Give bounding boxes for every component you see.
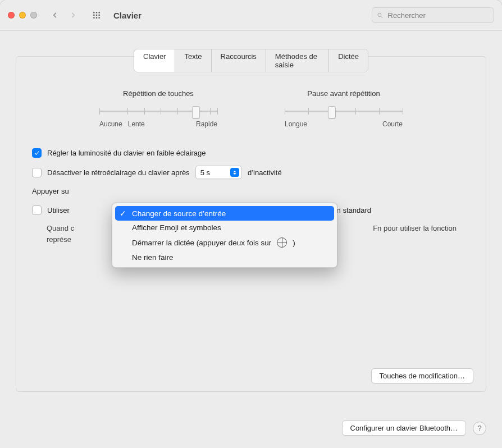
backlight-delay-value: 5 s xyxy=(200,168,210,177)
turn-off-backlight-checkbox[interactable] xyxy=(32,168,42,177)
delay-title: Pause avant répétition xyxy=(285,89,403,98)
key-repeat-slider[interactable] xyxy=(99,106,217,117)
check-icon: ✓ xyxy=(120,209,127,218)
key-repeat-off-label: Aucune xyxy=(99,120,122,128)
svg-rect-2 xyxy=(99,12,100,13)
key-repeat-slow-label: Lente xyxy=(128,120,145,128)
use-fkeys-label-left: Utiliser xyxy=(47,206,70,214)
close-icon[interactable] xyxy=(8,12,15,19)
svg-rect-1 xyxy=(96,12,97,13)
show-all-icon[interactable] xyxy=(89,7,104,23)
key-repeat-title: Répétition de touches xyxy=(99,89,217,98)
zoom-icon xyxy=(30,12,37,19)
backlight-delay-select[interactable]: 5 s xyxy=(195,166,242,179)
tab-bar: Clavier Texte Raccourcis Méthodes de sai… xyxy=(134,49,368,72)
delay-block: Pause avant répétition Longue Courte xyxy=(285,89,403,128)
svg-rect-8 xyxy=(99,17,100,19)
fn-action-menu: ✓ Changer de source d’entrée Afficher Em… xyxy=(112,203,337,268)
svg-rect-3 xyxy=(93,15,94,16)
svg-rect-7 xyxy=(96,17,97,19)
key-repeat-block: Répétition de touches Aucune Lente xyxy=(99,89,217,128)
turn-off-backlight-suffix: d’inactivité xyxy=(248,168,282,177)
forward-button[interactable] xyxy=(65,7,81,23)
press-fn-label: Appuyer su xyxy=(32,187,69,195)
menu-change-input-source[interactable]: ✓ Changer de source d’entrée xyxy=(115,206,334,221)
content-panel: Clavier Texte Raccourcis Méthodes de sai… xyxy=(16,56,486,392)
key-repeat-fast-label: Rapide xyxy=(196,120,217,128)
search-icon xyxy=(377,12,384,19)
modifier-keys-button[interactable]: Touches de modification… xyxy=(371,368,473,383)
updown-icon xyxy=(230,168,239,177)
search-input[interactable] xyxy=(387,11,489,20)
page-title: Clavier xyxy=(113,11,142,20)
svg-rect-6 xyxy=(93,17,94,19)
menu-start-dictation[interactable]: Démarrer la dictée (appuyer deux fois su… xyxy=(115,235,334,250)
menu-show-emoji[interactable]: Afficher Emoji et symboles xyxy=(115,221,334,235)
setup-bluetooth-button[interactable]: Configurer un clavier Bluetooth… xyxy=(342,420,467,436)
use-fkeys-checkbox[interactable] xyxy=(32,205,42,215)
tab-dictee[interactable]: Dictée xyxy=(329,49,368,72)
minimize-icon[interactable] xyxy=(19,12,26,19)
menu-do-nothing[interactable]: Ne rien faire xyxy=(115,250,334,264)
bottom-bar: Configurer un clavier Bluetooth… ? xyxy=(0,420,502,436)
svg-rect-4 xyxy=(96,15,97,16)
help-button[interactable]: ? xyxy=(473,422,486,435)
tab-texte[interactable]: Texte xyxy=(175,49,211,72)
delay-slider[interactable] xyxy=(285,106,403,117)
window: Clavier Clavier Texte Raccourcis Méthode… xyxy=(0,0,502,448)
turn-off-backlight-label: Désactiver le rétroéclairage du clavier … xyxy=(47,168,190,177)
tab-raccourcis[interactable]: Raccourcis xyxy=(212,49,266,72)
globe-icon xyxy=(277,237,287,248)
adjust-brightness-checkbox[interactable] xyxy=(32,148,42,158)
svg-rect-0 xyxy=(93,12,94,13)
back-button[interactable] xyxy=(47,7,63,23)
delay-short-label: Courte xyxy=(382,120,403,128)
svg-point-9 xyxy=(378,13,381,16)
delay-long-label: Longue xyxy=(285,120,307,128)
traffic-lights xyxy=(8,12,37,19)
svg-rect-5 xyxy=(99,15,100,16)
search-field[interactable] xyxy=(372,7,494,23)
adjust-brightness-label: Régler la luminosité du clavier en faibl… xyxy=(47,149,206,157)
titlebar: Clavier xyxy=(0,0,502,31)
sliders-row: Répétition de touches Aucune Lente xyxy=(30,89,472,128)
tab-methodes[interactable]: Méthodes de saisie xyxy=(266,49,329,72)
tab-clavier[interactable]: Clavier xyxy=(134,49,175,72)
svg-line-10 xyxy=(381,16,382,17)
